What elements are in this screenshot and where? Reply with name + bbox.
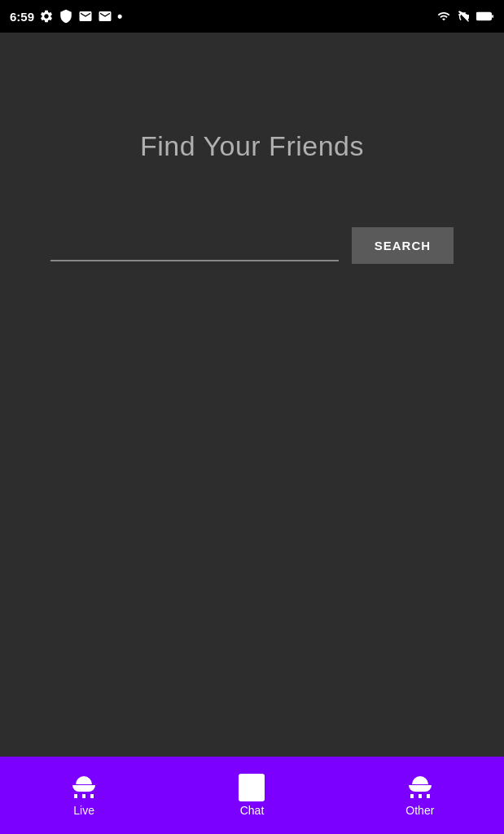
svg-rect-1 (492, 15, 493, 18)
mail-icon (78, 9, 93, 24)
svg-rect-0 (476, 12, 491, 20)
other-icon (407, 775, 433, 801)
shield-icon (59, 9, 73, 24)
main-content: Find Your Friends SEARCH (0, 33, 504, 757)
search-row: SEARCH (50, 227, 454, 264)
nav-label-other: Other (405, 804, 434, 817)
status-left: 6:59 • (10, 8, 122, 25)
status-time: 6:59 (10, 10, 34, 24)
search-input[interactable] (50, 230, 339, 261)
nav-item-chat[interactable]: Chat (168, 757, 335, 834)
nav-item-live[interactable]: Live (0, 757, 168, 834)
settings-icon (39, 9, 54, 24)
search-button[interactable]: SEARCH (352, 227, 454, 264)
notification-dot: • (117, 8, 122, 25)
bottom-nav: Live Chat Other (0, 757, 504, 834)
live-icon (71, 775, 97, 801)
signal-icon (457, 10, 471, 23)
nav-item-other[interactable]: Other (336, 757, 504, 834)
nav-label-live: Live (73, 804, 94, 817)
chat-icon (239, 775, 265, 801)
status-right (436, 10, 494, 23)
wifi-icon (436, 10, 452, 23)
battery-icon (476, 11, 494, 22)
page-title: Find Your Friends (140, 130, 364, 162)
mail2-icon (98, 9, 112, 24)
nav-label-chat: Chat (240, 804, 265, 817)
status-bar: 6:59 • (0, 0, 504, 33)
